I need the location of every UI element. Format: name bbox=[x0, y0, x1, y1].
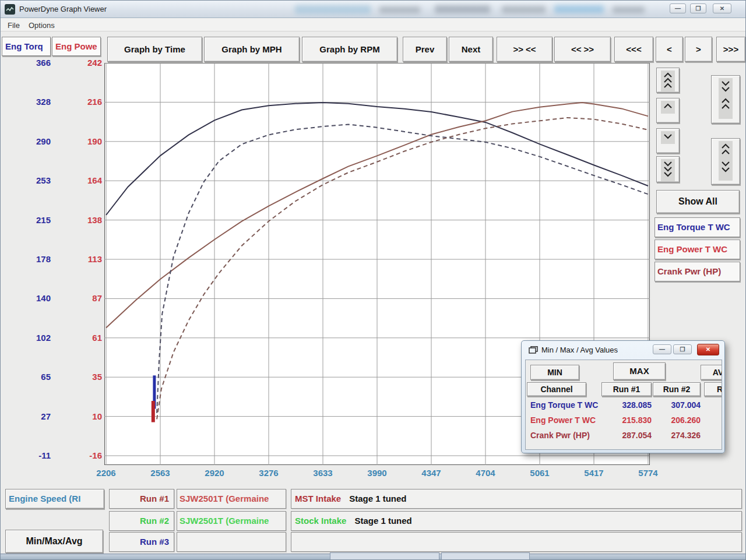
y-tick-label: 216 bbox=[68, 96, 102, 108]
x-tick-label: 2920 bbox=[196, 467, 233, 479]
statusbar-segment bbox=[330, 552, 439, 560]
scroll-up-button[interactable] bbox=[656, 98, 680, 123]
restore-button[interactable]: ❐ bbox=[690, 3, 706, 13]
run2-file-field: SJW2501T (Germaine bbox=[177, 511, 286, 531]
redacted-blur bbox=[554, 5, 604, 13]
scroll-down-fast-button[interactable] bbox=[656, 156, 680, 182]
statusbar-segment bbox=[441, 552, 530, 560]
menu-file[interactable]: File bbox=[4, 20, 23, 31]
y-tick-label: 113 bbox=[68, 253, 102, 265]
run2-tag: Stock Intake bbox=[295, 516, 346, 526]
x-tick-label: 5774 bbox=[629, 467, 667, 479]
chevrons-down-icon bbox=[661, 159, 675, 181]
x-tick-label: 5417 bbox=[575, 467, 613, 479]
engine-speed-button[interactable]: Engine Speed (RI bbox=[5, 489, 104, 509]
legend-eng-power-button[interactable]: Eng Power T WC bbox=[654, 240, 740, 259]
redacted-blur bbox=[295, 5, 371, 14]
x-tick-label: 4704 bbox=[467, 467, 504, 479]
legend-eng-torque-button[interactable]: Eng Torque T WC bbox=[654, 217, 740, 237]
tab-max[interactable]: MAX bbox=[613, 362, 666, 380]
run3-info-field bbox=[291, 532, 742, 552]
y-tick-label: 140 bbox=[17, 293, 51, 304]
x-tick-label: 2206 bbox=[87, 467, 125, 479]
run2-button[interactable]: Run #2 bbox=[109, 511, 174, 531]
tab-eng-torq[interactable]: Eng Torq bbox=[2, 37, 51, 56]
graph-by-time-button[interactable]: Graph by Time bbox=[107, 37, 202, 62]
y-tick-label: -16 bbox=[68, 450, 102, 462]
x-tick-label: 3990 bbox=[358, 467, 396, 479]
column-header-channel: Channel bbox=[527, 382, 586, 396]
chevrons-up-icon bbox=[661, 71, 675, 93]
x-tick-label: 5061 bbox=[521, 467, 558, 479]
run1-info-field: MST IntakeStage 1 tuned bbox=[291, 489, 742, 509]
app-icon bbox=[5, 4, 15, 15]
menu-options[interactable]: Options bbox=[25, 20, 58, 31]
dialog-title: Min / Max / Avg Values bbox=[541, 346, 618, 354]
step-back-button[interactable]: < bbox=[656, 37, 683, 62]
x-tick-label: 3633 bbox=[304, 467, 342, 479]
zoom-in-vertical-button[interactable] bbox=[711, 75, 740, 124]
tab-avg[interactable]: AV bbox=[701, 365, 722, 380]
dialog-restore-button[interactable]: ❐ bbox=[673, 344, 692, 354]
dialog-minimize-button[interactable]: — bbox=[653, 344, 671, 354]
y-tick-label: 178 bbox=[17, 253, 51, 265]
graph-by-mph-button[interactable]: Graph by MPH bbox=[204, 37, 300, 62]
scroll-down-button[interactable] bbox=[656, 128, 680, 153]
y-tick-label: 102 bbox=[17, 332, 51, 344]
redacted-blur bbox=[502, 6, 546, 13]
tab-min[interactable]: MIN bbox=[530, 365, 579, 380]
run1-note: Stage 1 tuned bbox=[349, 494, 406, 503]
y-tick-label: 27 bbox=[17, 411, 51, 422]
close-button[interactable]: ✕ bbox=[713, 3, 731, 13]
run1-tag: MST Intake bbox=[295, 494, 341, 503]
run2-max-value: 274.326 bbox=[653, 429, 701, 442]
y-tick-label: -11 bbox=[17, 450, 51, 462]
dialog-icon bbox=[529, 346, 538, 357]
minmaxavg-button[interactable]: Min/Max/Avg bbox=[5, 530, 103, 553]
y-tick-label: 10 bbox=[68, 411, 102, 422]
y-tick-label: 164 bbox=[68, 175, 102, 186]
run1-max-value: 215.830 bbox=[601, 414, 652, 427]
y-tick-label: 328 bbox=[17, 96, 51, 108]
redacted-blur bbox=[379, 6, 420, 13]
next-button[interactable]: Next bbox=[449, 37, 493, 62]
x-tick-label: 4347 bbox=[413, 467, 450, 479]
graph-by-rpm-button[interactable]: Graph by RPM bbox=[302, 37, 397, 62]
minimize-button[interactable]: — bbox=[670, 3, 686, 13]
redacted-blur bbox=[613, 6, 645, 13]
y-tick-label: 215 bbox=[17, 214, 51, 226]
run2-max-value: 206.260 bbox=[653, 414, 701, 427]
x-tick-label: 2563 bbox=[142, 467, 179, 479]
run1-file-field: SJW2501T (Germaine bbox=[177, 489, 286, 509]
scroll-inward-button[interactable]: >> << bbox=[497, 37, 553, 62]
x-tick-label: 3276 bbox=[250, 467, 287, 479]
y-tick-label: 242 bbox=[68, 57, 102, 69]
legend-crank-pwr-button[interactable]: Crank Pwr (HP) bbox=[654, 262, 740, 281]
run1-button[interactable]: Run #1 bbox=[109, 489, 174, 509]
y-tick-label: 65 bbox=[17, 371, 51, 383]
tab-eng-power[interactable]: Eng Powe bbox=[52, 37, 101, 56]
step-forward-button[interactable]: > bbox=[685, 37, 712, 62]
dialog-close-button[interactable]: ✕ bbox=[697, 344, 719, 355]
menu-bar: File Options bbox=[1, 18, 746, 31]
chevrons-inward-icon bbox=[719, 78, 733, 119]
last-page-button[interactable]: >>> bbox=[716, 37, 745, 62]
scroll-up-fast-button[interactable] bbox=[656, 68, 680, 93]
y-tick-label: 35 bbox=[68, 371, 102, 383]
y-tick-label: 366 bbox=[17, 57, 51, 69]
chevron-up-icon bbox=[661, 101, 675, 114]
y-tick-label: 138 bbox=[68, 214, 102, 226]
window-title: PowerDyne Graph Viewer bbox=[19, 5, 107, 13]
run2-max-value: 307.004 bbox=[653, 399, 701, 411]
prev-button[interactable]: Prev bbox=[403, 37, 447, 62]
y-tick-label: 290 bbox=[17, 136, 51, 147]
run3-button[interactable]: Run #3 bbox=[109, 532, 174, 552]
minmaxavg-dialog: Min / Max / Avg Values — ❐ ✕ MIN MAX AV … bbox=[521, 340, 725, 453]
first-page-button[interactable]: <<< bbox=[614, 37, 653, 62]
run1-max-value: 328.085 bbox=[601, 399, 652, 411]
dialog-body: MIN MAX AV Channel Run #1 Run #2 R Eng T… bbox=[525, 360, 722, 450]
show-all-button[interactable]: Show All bbox=[656, 190, 740, 213]
scroll-outward-button[interactable]: << >> bbox=[554, 37, 611, 62]
run3-file-field bbox=[177, 532, 286, 552]
zoom-out-vertical-button[interactable] bbox=[711, 138, 740, 185]
